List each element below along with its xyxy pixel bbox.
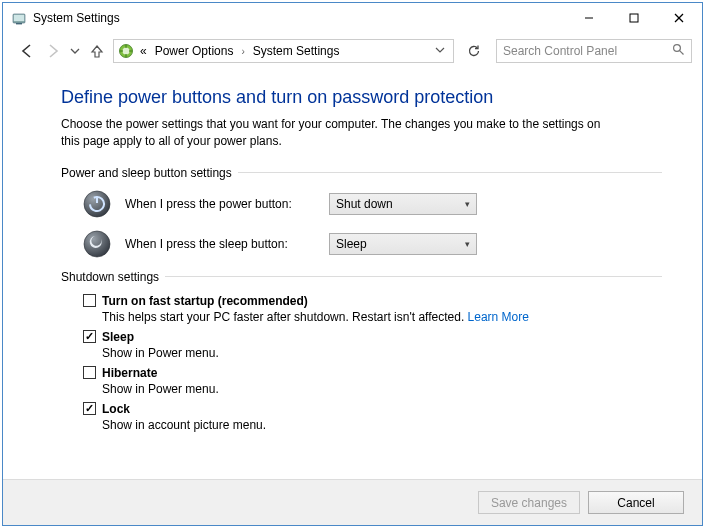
sleep-checkbox[interactable] (83, 330, 96, 343)
up-button[interactable] (87, 43, 107, 59)
svg-rect-1 (14, 15, 24, 21)
svg-point-8 (123, 48, 130, 55)
svg-line-10 (680, 51, 684, 55)
chevron-down-icon: ▾ (465, 199, 470, 209)
group-power-sleep-label: Power and sleep button settings (61, 166, 232, 180)
svg-point-14 (84, 231, 110, 257)
svg-rect-2 (16, 23, 22, 24)
maximize-button[interactable] (611, 3, 656, 32)
hibernate-option-label: Hibernate (102, 366, 157, 380)
close-button[interactable] (656, 3, 702, 32)
power-button-label: When I press the power button: (125, 197, 315, 211)
power-icon (83, 190, 111, 218)
svg-point-9 (674, 45, 681, 52)
learn-more-link[interactable]: Learn More (468, 310, 529, 324)
content-area: Define power buttons and turn on passwor… (3, 69, 702, 479)
page-description: Choose the power settings that you want … (61, 116, 621, 150)
power-button-row: When I press the power button: Shut down… (83, 190, 662, 218)
svg-point-11 (84, 191, 110, 217)
fast-startup-label: Turn on fast startup (recommended) (102, 294, 308, 308)
address-dropdown-button[interactable] (431, 45, 449, 57)
sleep-icon (83, 230, 111, 258)
group-shutdown: Shutdown settings (61, 270, 662, 284)
group-power-sleep: Power and sleep button settings (61, 166, 662, 180)
action-bar: Save changes Cancel (3, 479, 702, 525)
sleep-button-label: When I press the sleep button: (125, 237, 315, 251)
fast-startup-checkbox[interactable] (83, 294, 96, 307)
lock-option-desc: Show in account picture menu. (102, 418, 662, 432)
option-hibernate: Hibernate Show in Power menu. (83, 366, 662, 396)
sleep-button-row: When I press the sleep button: Sleep ▾ (83, 230, 662, 258)
navigation-bar: « Power Options › System Settings Search… (3, 33, 702, 69)
hibernate-checkbox[interactable] (83, 366, 96, 379)
window-controls (566, 3, 702, 33)
sleep-button-select[interactable]: Sleep ▾ (329, 233, 477, 255)
sleep-button-value: Sleep (336, 237, 465, 251)
window-frame: System Settings (2, 2, 703, 526)
sleep-option-label: Sleep (102, 330, 134, 344)
option-fast-startup: Turn on fast startup (recommended) This … (83, 294, 662, 324)
save-changes-button[interactable]: Save changes (478, 491, 580, 514)
breadcrumb-power-options[interactable]: Power Options (153, 44, 236, 58)
search-input[interactable]: Search Control Panel (496, 39, 692, 63)
address-bar[interactable]: « Power Options › System Settings (113, 39, 454, 63)
forward-button[interactable] (43, 41, 63, 61)
app-icon (11, 10, 27, 26)
svg-rect-4 (630, 14, 638, 22)
power-button-value: Shut down (336, 197, 465, 211)
lock-option-label: Lock (102, 402, 130, 416)
search-icon (672, 43, 685, 59)
search-placeholder: Search Control Panel (503, 44, 672, 58)
breadcrumb-system-settings[interactable]: System Settings (251, 44, 342, 58)
breadcrumb-prefix: « (138, 44, 149, 58)
recent-locations-button[interactable] (69, 46, 81, 56)
breadcrumb-chevron-icon[interactable]: › (239, 46, 246, 57)
minimize-button[interactable] (566, 3, 611, 32)
window-title: System Settings (33, 11, 566, 25)
lock-checkbox[interactable] (83, 402, 96, 415)
cancel-button[interactable]: Cancel (588, 491, 684, 514)
divider (238, 172, 662, 173)
titlebar: System Settings (3, 3, 702, 33)
power-button-select[interactable]: Shut down ▾ (329, 193, 477, 215)
sleep-option-desc: Show in Power menu. (102, 346, 662, 360)
fast-startup-desc: This helps start your PC faster after sh… (102, 310, 662, 324)
back-button[interactable] (17, 41, 37, 61)
option-lock: Lock Show in account picture menu. (83, 402, 662, 432)
group-shutdown-label: Shutdown settings (61, 270, 159, 284)
chevron-down-icon: ▾ (465, 239, 470, 249)
hibernate-option-desc: Show in Power menu. (102, 382, 662, 396)
page-heading: Define power buttons and turn on passwor… (61, 87, 662, 108)
option-sleep: Sleep Show in Power menu. (83, 330, 662, 360)
divider (165, 276, 662, 277)
control-panel-icon (118, 43, 134, 59)
refresh-button[interactable] (462, 39, 486, 63)
